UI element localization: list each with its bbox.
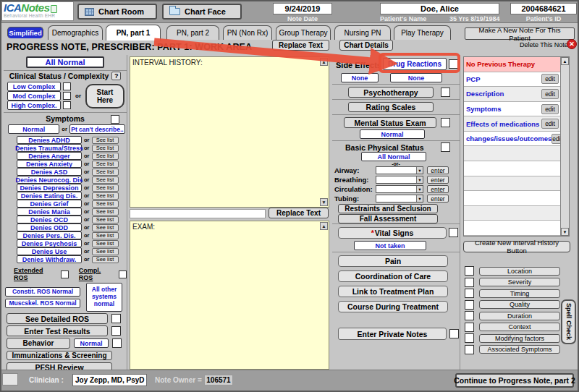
see-list-button[interactable]: See list <box>92 145 119 152</box>
link-to-treatment-plan-button[interactable]: Link to Treatment Plan <box>338 286 448 297</box>
fall-assessment-button[interactable]: Fall Assessment <box>338 214 438 223</box>
extended-ros-checkbox[interactable] <box>61 270 69 278</box>
enter-test-results-checkbox[interactable] <box>111 326 121 336</box>
history-empty-row[interactable] <box>464 191 560 206</box>
basic-physical-all-normal-button[interactable]: All Normal <box>361 152 426 161</box>
clinician-name-field[interactable]: Joy Zepp, MD, PsyD <box>72 374 147 386</box>
make-new-note-button[interactable]: Make A New Note For This Patient <box>465 27 575 40</box>
tab-simplified[interactable]: Simplified <box>7 27 43 38</box>
abc-field-select[interactable]: ▼ <box>376 176 423 184</box>
denies-button[interactable]: Denies Trauma/Stress <box>17 144 82 152</box>
chart-face-button[interactable]: Chart Face <box>162 4 242 20</box>
history-row[interactable]: changes/issues/outcomes edit <box>464 132 560 147</box>
scroll-down-icon[interactable]: ▼ <box>561 228 569 236</box>
scrollbar[interactable]: ▲ ▼ <box>560 57 569 236</box>
replace-text-input[interactable] <box>130 209 266 218</box>
abc-field-select[interactable]: ▼ <box>376 195 423 203</box>
exam-textarea[interactable]: EXAM: ▲ <box>130 221 329 370</box>
see-list-button[interactable]: See list <box>92 169 119 176</box>
compl-ros-link[interactable]: Compl. ROS <box>79 267 116 281</box>
see-list-button[interactable]: See list <box>92 137 119 144</box>
history-row[interactable]: Effects of medications edit <box>464 116 560 132</box>
abc-field-select[interactable]: ▼ <box>376 185 423 193</box>
see-list-button[interactable]: See list <box>92 248 119 255</box>
vital-signs-checkbox[interactable] <box>449 228 458 237</box>
rating-scales-button[interactable]: Rating Scales <box>348 102 434 112</box>
hpi-button[interactable]: Associated Symptoms <box>479 345 560 354</box>
see-list-button[interactable]: See list <box>92 216 119 223</box>
denies-button[interactable]: Denies Pers. Dis. <box>17 231 82 239</box>
denies-button[interactable]: Denies ODD <box>17 223 82 231</box>
scroll-down-icon[interactable]: ▼ <box>320 198 328 206</box>
abc-field-select[interactable]: ▼ <box>376 166 423 174</box>
hpi-button[interactable]: Modifying factors <box>479 334 560 343</box>
hpi-checkbox[interactable] <box>465 333 474 343</box>
hpi-checkbox[interactable] <box>465 311 474 320</box>
enter-private-notes-button[interactable]: Enter Private Notes <box>338 328 447 340</box>
denies-button[interactable]: Denies Psychosis <box>17 239 82 247</box>
enter-button[interactable]: enter <box>427 195 449 203</box>
see-list-button[interactable]: See list <box>92 200 119 208</box>
immunizations-button[interactable]: Immunizations & Screening <box>7 351 112 360</box>
chevron-down-icon[interactable]: ▼ <box>416 176 423 183</box>
create-interval-history-button[interactable]: Create New Interval History Button <box>463 241 570 252</box>
drug-reactions-button[interactable]: Drug Reactions <box>383 58 447 70</box>
mse-checkbox[interactable] <box>441 118 450 127</box>
tab-pn-part-1[interactable]: PN, part 1 <box>106 25 161 41</box>
history-row[interactable]: Symptoms edit <box>464 102 560 117</box>
delete-note-icon[interactable]: ✕ <box>567 39 577 49</box>
complexity-checkbox[interactable] <box>63 82 71 90</box>
extended-ros-link[interactable]: Extended ROS <box>14 267 58 281</box>
denies-button[interactable]: Denies Grief <box>17 200 82 208</box>
denies-button[interactable]: Denies ADHD <box>17 136 82 144</box>
history-empty-row[interactable] <box>464 221 560 236</box>
continue-button[interactable]: Continue to Progress Note, part 2 <box>455 373 574 388</box>
see-list-button[interactable]: See list <box>92 240 119 247</box>
complexity-button[interactable]: Low Complex <box>7 82 61 91</box>
history-row[interactable]: Description edit <box>464 87 560 102</box>
see-list-button[interactable]: See list <box>92 224 119 231</box>
complexity-button[interactable]: High Complex. <box>7 101 61 110</box>
replace-text-button-top[interactable]: Replace Text <box>272 40 329 51</box>
scroll-up-icon[interactable]: ▲ <box>320 222 328 230</box>
coordination-of-care-button[interactable]: Coordination of Care <box>338 270 448 282</box>
denies-button[interactable]: Denies Anxiety <box>17 160 82 168</box>
spell-check-button[interactable]: Spell Check <box>561 299 576 344</box>
pt-cant-describe-button[interactable]: Pt can't describe.. <box>69 124 125 134</box>
see-list-button[interactable]: See list <box>92 176 119 184</box>
see-list-button[interactable]: See list <box>92 208 119 216</box>
hpi-checkbox[interactable] <box>465 278 474 287</box>
hpi-button[interactable]: Quality <box>479 300 560 309</box>
drug-reactions-none-button[interactable]: None <box>390 73 442 82</box>
interval-history-textarea[interactable]: INTERVAL HISTORY: ▲ ▼ <box>130 56 329 208</box>
enter-button[interactable]: enter <box>427 166 449 174</box>
side-effects-none-button[interactable]: None <box>341 73 379 82</box>
edit-button[interactable]: edit <box>541 119 559 129</box>
complexity-checkbox[interactable] <box>63 101 71 109</box>
scroll-up-icon[interactable]: ▲ <box>320 58 328 66</box>
see-list-button[interactable]: See list <box>92 232 119 239</box>
scroll-up-icon[interactable]: ▲ <box>561 57 569 65</box>
no-previous-therapy-row[interactable]: No Previous Therapy <box>464 57 560 72</box>
psychotherapy-button[interactable]: Psychotherapy <box>348 87 434 98</box>
enter-button[interactable]: enter <box>427 185 449 193</box>
mse-normal-button[interactable]: Normal <box>360 129 425 139</box>
chevron-down-icon[interactable]: ▼ <box>416 195 423 202</box>
patient-name-value[interactable]: Doe, Alice <box>380 3 499 14</box>
see-list-button[interactable]: See list <box>92 161 119 168</box>
tab-pn-non-rx[interactable]: PN (Non Rx) <box>223 25 272 40</box>
denies-button[interactable]: Denies Mania <box>17 208 82 216</box>
denies-button[interactable]: Denies Eating Dis. <box>17 192 82 200</box>
hpi-checkbox[interactable] <box>465 289 474 298</box>
chevron-down-icon[interactable]: ▼ <box>416 167 423 174</box>
see-detailed-ros-button[interactable]: See Detailed ROS <box>7 313 108 324</box>
hpi-button[interactable]: Duration <box>479 312 560 320</box>
see-list-button[interactable]: See list <box>92 153 119 160</box>
restraints-seclusion-button[interactable]: Restraints and Seclusion <box>338 204 438 213</box>
hpi-button[interactable]: Severity <box>479 278 560 286</box>
hpi-button[interactable]: Context <box>479 323 560 331</box>
hpi-button[interactable]: Timing <box>479 289 560 298</box>
tab-pn-part-2[interactable]: PN, part 2 <box>166 25 219 40</box>
enter-button[interactable]: enter <box>427 176 449 184</box>
help-button[interactable]: ? <box>111 72 121 80</box>
